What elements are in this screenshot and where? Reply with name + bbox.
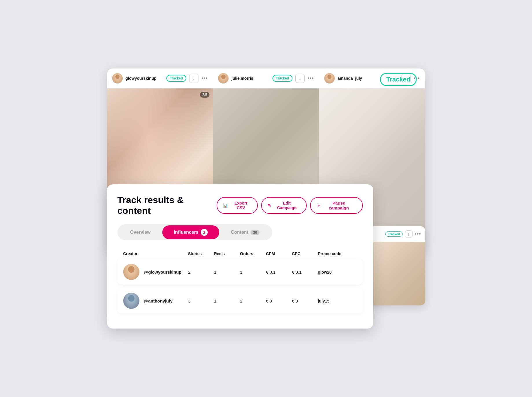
influencers-table: Creator Stories Reels Orders CPM CPC Pro… [117,248,363,313]
tab-influencers-badge: 2 [201,229,208,236]
tab-content[interactable]: Content 30 [219,225,271,239]
creator-cell-2: @anthonyjuly [123,293,188,309]
pause-campaign-label: Pause campaign [323,201,355,210]
tracked-badge-2: Tracked [273,75,292,82]
header-reels: Reels [214,251,240,256]
table-row: @anthonyjuly 3 1 2 € 0 € 0 july15 [117,288,363,313]
creator-cell-1: @glowyourskinup [123,264,188,280]
tab-overview[interactable]: Overview [119,225,162,239]
orders-cell-1: 1 [240,270,266,274]
more-btn-2[interactable]: ••• [308,75,314,81]
avatar-amandajuly [324,73,335,84]
reels-cell-1: 1 [214,270,240,274]
cpm-cell-1: € 0.1 [266,270,292,274]
export-csv-icon: 📊 [223,203,228,208]
tab-influencers-label: Influencers [174,230,198,235]
floating-tracked-badge: Tracked [380,73,416,86]
download-icon-1: ↓ [193,76,195,81]
download-btn-right[interactable]: ↓ [405,230,413,238]
page-title: Track results & content [117,195,217,216]
header-promo-code: Promo code [318,251,357,256]
campaign-panel: Track results & content 📊 Export CSV ✎ E… [107,184,373,329]
pause-campaign-button[interactable]: + Pause campaign [310,197,362,214]
image-counter-1: 3/5 [200,92,209,98]
promo-code-2[interactable]: july15 [318,299,329,303]
tabs-row: Overview Influencers 2 Content 30 [117,224,272,240]
cpc-cell-1: € 0.1 [292,270,318,274]
plus-icon: + [318,203,320,208]
promo-code-cell-2: july15 [318,298,357,303]
edit-campaign-label: Edit Campaign [273,201,300,210]
tracked-badge-1: Tracked [166,75,186,82]
username-juliemorris: julie.morris [231,76,269,81]
tab-overview-label: Overview [130,230,151,235]
table-header: Creator Stories Reels Orders CPM CPC Pro… [117,248,363,259]
scene: Tracked glowyourskinup Tracked ↓ ••• [107,68,425,329]
avatar-glowyourskinup [112,73,123,84]
export-csv-label: Export CSV [230,201,251,210]
download-btn-1[interactable]: ↓ [189,74,198,83]
creator-name-2: @anthonyjuly [144,298,173,303]
tracked-badge-right: Tracked [385,231,403,237]
tab-influencers[interactable]: Influencers 2 [162,225,219,239]
header-creator: Creator [123,251,188,256]
header-orders: Orders [240,251,266,256]
tab-content-badge: 30 [251,230,259,235]
post-header-1: glowyourskinup Tracked ↓ ••• [107,68,213,88]
download-icon-right: ↓ [408,232,410,236]
promo-code-1[interactable]: glow20 [318,270,332,274]
stories-cell-1: 2 [188,270,214,274]
action-buttons: 📊 Export CSV ✎ Edit Campaign + Pause cam… [217,197,362,214]
cpc-cell-2: € 0 [292,298,318,303]
cpm-cell-2: € 0 [266,298,292,303]
username-glowyourskinup: glowyourskinup [126,76,163,81]
download-icon-2: ↓ [299,76,301,81]
stories-cell-2: 3 [188,298,214,303]
more-btn-1[interactable]: ••• [201,75,208,81]
reels-cell-2: 1 [214,298,240,303]
avatar-juliemorris [218,73,229,84]
creator-avatar-1 [123,264,139,280]
creator-avatar-2 [123,293,139,309]
export-csv-button[interactable]: 📊 Export CSV [217,197,258,214]
orders-cell-2: 2 [240,298,266,303]
edit-campaign-button[interactable]: ✎ Edit Campaign [261,197,307,214]
more-btn-right[interactable]: ••• [415,231,421,237]
creator-name-1: @glowyourskinup [144,270,182,274]
table-row: @glowyourskinup 2 1 1 € 0.1 € 0.1 glow20 [117,259,363,285]
promo-code-cell-1: glow20 [318,270,357,274]
header-cpm: CPM [266,251,292,256]
tab-content-label: Content [231,230,248,235]
post-header-2: julie.morris Tracked ↓ ••• [213,68,319,88]
header-stories: Stories [188,251,214,256]
download-btn-2[interactable]: ↓ [295,74,305,83]
edit-campaign-icon: ✎ [268,203,271,208]
header-cpc: CPC [292,251,318,256]
campaign-header: Track results & content 📊 Export CSV ✎ E… [117,195,363,216]
